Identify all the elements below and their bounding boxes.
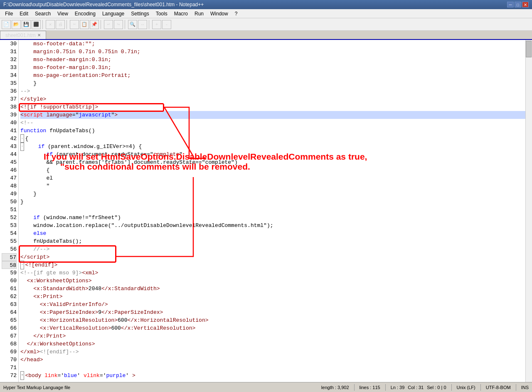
code-line-37: </style>	[20, 95, 530, 103]
code-line-40: <!--	[20, 119, 530, 127]
vertical-scrollbar[interactable]	[525, 40, 532, 382]
code-line-36: -->	[20, 87, 530, 95]
code-line-49: }	[20, 190, 530, 198]
menu-view[interactable]: View	[54, 10, 71, 17]
lines-label: lines : 115	[360, 385, 380, 390]
col-label: Col : 31	[408, 385, 424, 390]
code-line-59: <!--[if gte mso 9]><xml>	[20, 269, 530, 277]
code-line-30: mso-footer-data:"";	[20, 40, 530, 48]
menu-settings[interactable]: Settings	[128, 10, 152, 17]
minimize-button[interactable]: ─	[507, 2, 514, 7]
code-line-70: </head>	[20, 356, 530, 364]
code-line-42: -{	[20, 135, 530, 143]
tab-sheet001[interactable]: sheet001.htm ✕	[0, 31, 46, 39]
code-line-47: el	[20, 174, 530, 182]
redo-button[interactable]: ↪	[114, 20, 123, 29]
window-controls: ─ □ ✕	[507, 2, 529, 7]
menu-edit[interactable]: Edit	[16, 10, 32, 17]
code-line-55: fnUpdateTabs();	[20, 237, 530, 245]
editor[interactable]: 30 31 32 33 34 35 36 37 38 39 40 41 42 4…	[0, 40, 532, 382]
menubar: File Edit Search View Encoding Language …	[0, 9, 532, 18]
open-button[interactable]: 📂	[12, 20, 21, 29]
status-sep5	[516, 384, 516, 391]
menu-window[interactable]: Window	[207, 10, 232, 17]
code-line-63: <x:ValidPrinterInfo/>	[20, 301, 530, 308]
eol-label: Unix (LF)	[457, 385, 475, 390]
tab-label: sheet001.htm	[5, 32, 36, 38]
code-line-50: }	[20, 198, 530, 206]
code-line-43: - if (parent.window.g_iIEVer>=4) {	[20, 143, 530, 150]
copy-button[interactable]: 📋	[80, 20, 89, 29]
undo-button[interactable]: ↩	[104, 20, 113, 29]
code-line-39: <script language="javascript">	[20, 111, 530, 119]
file-type-label: Hyper Text Markup Language file	[3, 385, 70, 390]
statusbar: Hyper Text Markup Language file length :…	[0, 382, 532, 392]
code-line-34: mso-page-orientation:Portrait;	[20, 71, 530, 79]
ins-label: INS	[521, 385, 529, 390]
close-button[interactable]: ✕	[46, 20, 55, 29]
toolbar-sep1	[42, 20, 44, 29]
status-right: length : 3,902 lines : 115 Ln : 39 Col :…	[321, 384, 529, 391]
code-line-56: //-->	[20, 245, 530, 253]
tab-close-icon[interactable]: ✕	[37, 33, 41, 37]
status-sep4	[480, 384, 481, 391]
menu-tools[interactable]: Tools	[153, 10, 171, 17]
new-button[interactable]: 📄	[2, 20, 11, 29]
scrollbar-thumb[interactable]	[526, 41, 532, 57]
menu-help[interactable]: ?	[232, 10, 241, 17]
zoom-out-button[interactable]: -	[162, 20, 171, 29]
menu-search[interactable]: Search	[32, 10, 54, 17]
menu-language[interactable]: Language	[99, 10, 128, 17]
menu-run[interactable]: Run	[191, 10, 207, 17]
code-line-71	[20, 364, 530, 372]
length-label: length : 3,902	[321, 385, 349, 390]
title-text: F:\Download\outputDisableDownlevelReveal…	[3, 2, 204, 7]
close-button[interactable]: ✕	[522, 2, 529, 7]
code-line-44: if (parent.document.readyState=="complet…	[20, 150, 530, 158]
code-line-69: </xml><![endif]-->	[20, 348, 530, 356]
menu-encoding[interactable]: Encoding	[71, 10, 99, 17]
code-line-61: <x:StandardWidth>2048</x:StandardWidth>	[20, 285, 530, 293]
line-numbers: 30 31 32 33 34 35 36 37 38 39 40 41 42 4…	[0, 40, 19, 382]
code-line-41: function fnUpdateTabs()	[20, 127, 530, 135]
code-area[interactable]: mso-footer-data:""; margin:0.75in 0.7in …	[19, 40, 532, 382]
status-sep2	[385, 384, 386, 391]
code-line-54: else	[20, 229, 530, 237]
menu-macro[interactable]: Macro	[171, 10, 191, 17]
sel-label: Sel : 0 | 0	[427, 385, 446, 390]
search-button[interactable]: 🔍	[128, 20, 137, 29]
code-line-31: margin:0.75in 0.7in 0.75in 0.7in;	[20, 48, 530, 56]
save-all-button[interactable]: ⬛	[32, 20, 41, 29]
code-line-46: {	[20, 166, 530, 174]
code-line-64: <x:PaperSizeIndex>9</x:PaperSizeIndex>	[20, 308, 530, 316]
code-line-68: </x:WorksheetOptions>	[20, 340, 530, 348]
maximize-button[interactable]: □	[515, 2, 521, 7]
print-button[interactable]: 🖨	[56, 20, 65, 29]
save-button[interactable]: 💾	[22, 20, 31, 29]
menu-file[interactable]: File	[2, 10, 16, 17]
code-line-32: mso-header-margin:0.3in;	[20, 56, 530, 64]
toolbar-sep3	[101, 20, 102, 29]
code-line-48: "	[20, 182, 530, 190]
paste-button[interactable]: 📌	[90, 20, 99, 29]
code-line-58: -<![endif]>	[20, 261, 530, 269]
code-line-33: mso-footer-margin:0.3in;	[20, 64, 530, 71]
code-line-45: && parent.frames['frTabs'].document.read…	[20, 158, 530, 166]
ln-label: Ln : 39	[391, 385, 405, 390]
titlebar: F:\Download\outputDisableDownlevelReveal…	[0, 0, 532, 9]
code-line-66: <x:VerticalResolution>600</x:VerticalRes…	[20, 324, 530, 332]
code-line-38: <![if !supportTabStrip]>	[20, 103, 530, 111]
toolbar-sep5	[149, 20, 150, 29]
cut-button[interactable]: ✂	[70, 20, 79, 29]
code-line-62: <x:Print>	[20, 293, 530, 301]
code-line-57: </script>	[20, 253, 530, 261]
code-line-65: <x:HorizontalResolution>600</x:Horizonta…	[20, 316, 530, 324]
zoom-in-button[interactable]: +	[152, 20, 161, 29]
toolbar: 📄 📂 💾 ⬛ ✕ 🖨 ✂ 📋 📌 ↩ ↪ 🔍 ↔ + -	[0, 18, 532, 31]
status-left: Hyper Text Markup Language file	[3, 385, 70, 390]
code-line-60: <x:WorksheetOptions>	[20, 277, 530, 285]
replace-button[interactable]: ↔	[138, 20, 147, 29]
toolbar-sep2	[66, 20, 68, 29]
code-line-35: }	[20, 79, 530, 87]
status-sep3	[451, 384, 452, 391]
